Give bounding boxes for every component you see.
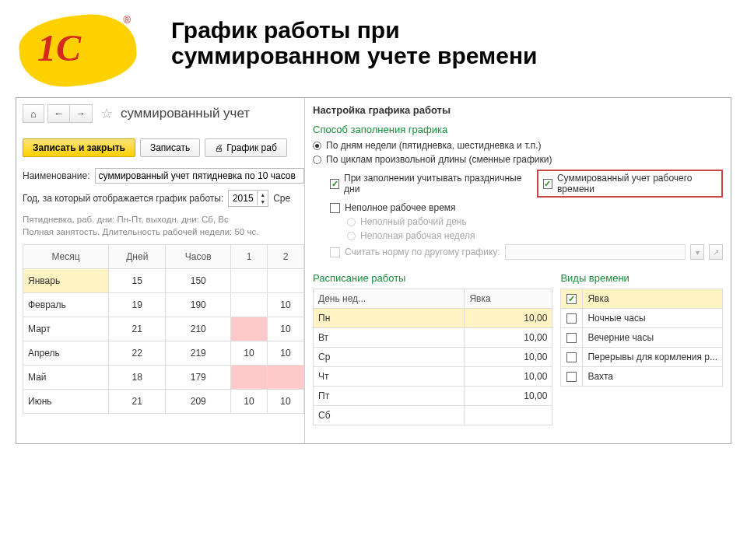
radio-by-cycle-label: По циклам произвольной длины (сменные гр… (326, 154, 552, 165)
type-checkbox[interactable] (566, 352, 577, 362)
save-button[interactable]: Записать (140, 138, 200, 157)
schedule-row[interactable]: Сб (314, 406, 552, 425)
year-down[interactable]: ▼ (258, 198, 268, 205)
norm-label: Считать норму по другому графику: (345, 247, 500, 257)
forward-button[interactable]: → (70, 105, 92, 122)
months-table[interactable]: МесяцДнейЧасов12 Январь15150Февраль19190… (23, 244, 304, 414)
partweek-label: Неполная рабочая неделя (360, 230, 475, 241)
types-row[interactable]: Вечерние часы (560, 328, 723, 348)
months-header: Дней (109, 245, 166, 269)
save-and-close-button[interactable]: Записать и закрыть (23, 138, 135, 157)
back-button[interactable]: ← (48, 105, 70, 122)
year-up[interactable]: ▲ (258, 191, 268, 198)
norm-checkbox (330, 247, 340, 257)
table-row[interactable]: Июнь212091010 (23, 390, 304, 414)
sched-col-day: День нед... (314, 289, 465, 309)
avg-label: Сре (273, 193, 290, 204)
schedule-row[interactable]: Чт10,00 (314, 367, 552, 387)
types-row[interactable]: Вахта (560, 367, 723, 387)
type-checkbox[interactable] (566, 313, 577, 324)
partday-label: Неполный рабочий день (360, 216, 467, 227)
logo-1c: 1C ® (16, 8, 140, 86)
left-panel: ⌂ ← → ☆ суммированный учет Записать и за… (16, 98, 305, 443)
months-header: 1 (230, 245, 267, 269)
sched-col-hours: Явка (465, 289, 552, 309)
type-label: Явка (583, 289, 722, 308)
name-label: Наименование: (23, 170, 90, 181)
types-row[interactable]: Явка (560, 289, 723, 309)
schedule-table[interactable]: День нед... Явка Пн10,00Вт10,00Ср10,00Чт… (313, 289, 552, 425)
norm-open-button[interactable]: ↗ (709, 244, 723, 260)
logo-text: 1C (37, 26, 81, 69)
type-checkbox[interactable] (566, 372, 577, 382)
table-row[interactable]: Май18179 (23, 366, 304, 390)
schedule-row[interactable]: Ср10,00 (314, 348, 552, 367)
table-row[interactable]: Март2121010 (23, 317, 304, 341)
radio-by-cycle[interactable] (313, 156, 321, 164)
type-label: Ночные часы (583, 309, 722, 327)
radio-by-week[interactable] (313, 142, 321, 150)
parttime-label: Неполное рабочее время (345, 202, 456, 213)
months-header: Часов (166, 245, 231, 269)
nav-back-forward[interactable]: ← → (47, 104, 93, 123)
norm-input (505, 244, 686, 260)
holidays-label: При заполнении учитывать праздничные дни (344, 173, 523, 194)
year-label: Год, за который отображается график рабо… (23, 193, 223, 204)
summed-checkbox[interactable] (543, 179, 552, 189)
registered-icon: ® (123, 14, 131, 26)
print-schedule-button[interactable]: График раб (205, 138, 287, 157)
home-button[interactable]: ⌂ (23, 104, 44, 123)
app-window: ⌂ ← → ☆ суммированный учет Записать и за… (16, 97, 731, 444)
partweek-radio (347, 232, 356, 240)
schedule-row[interactable]: Пн10,00 (314, 309, 552, 328)
fill-method-section: Способ заполнения графика (313, 124, 723, 135)
type-label: Вахта (583, 367, 722, 386)
type-checkbox[interactable] (566, 294, 577, 304)
type-label: Перерывы для кормления р... (583, 348, 722, 366)
types-section: Виды времени (560, 272, 723, 284)
slide-title: График работы при суммированном учете вр… (171, 17, 537, 68)
partday-radio (347, 218, 356, 226)
favorite-icon[interactable]: ☆ (100, 105, 113, 122)
window-title: суммированный учет (121, 106, 250, 121)
settings-title: Настройка графика работы (313, 104, 723, 116)
types-list[interactable]: ЯвкаНочные часыВечерние часыПерерывы для… (560, 289, 723, 387)
type-checkbox[interactable] (566, 333, 577, 343)
types-row[interactable]: Перерывы для кормления р... (560, 348, 723, 367)
year-spinner[interactable]: ▲ ▼ (228, 190, 268, 207)
table-row[interactable]: Апрель222191010 (23, 341, 304, 366)
parttime-checkbox[interactable] (330, 203, 340, 213)
year-input[interactable] (229, 191, 257, 205)
name-input[interactable] (95, 168, 304, 184)
right-panel: Настройка графика работы Способ заполнен… (305, 98, 731, 443)
schedule-summary: Пятидневка, раб. дни: Пн-Пт, выходн. дни… (23, 213, 304, 238)
types-row[interactable]: Ночные часы (560, 309, 723, 328)
table-row[interactable]: Январь15150 (23, 269, 304, 293)
holidays-checkbox[interactable] (330, 179, 339, 189)
schedule-section: Расписание работы (313, 272, 552, 284)
radio-by-week-label: По дням недели (пятидневка, шестидневка … (326, 140, 542, 151)
schedule-row[interactable]: Пт10,00 (314, 387, 552, 406)
months-header: Месяц (23, 245, 109, 269)
norm-select-button[interactable]: ▾ (690, 244, 704, 260)
months-header: 2 (267, 245, 303, 269)
summed-label: Суммированный учет рабочего времени (557, 173, 717, 194)
slide-header: 1C ® График работы при суммированном уче… (0, 0, 747, 97)
summed-highlight: Суммированный учет рабочего времени (537, 170, 723, 198)
schedule-row[interactable]: Вт10,00 (314, 328, 552, 348)
table-row[interactable]: Февраль1919010 (23, 293, 304, 317)
type-label: Вечерние часы (583, 328, 722, 347)
